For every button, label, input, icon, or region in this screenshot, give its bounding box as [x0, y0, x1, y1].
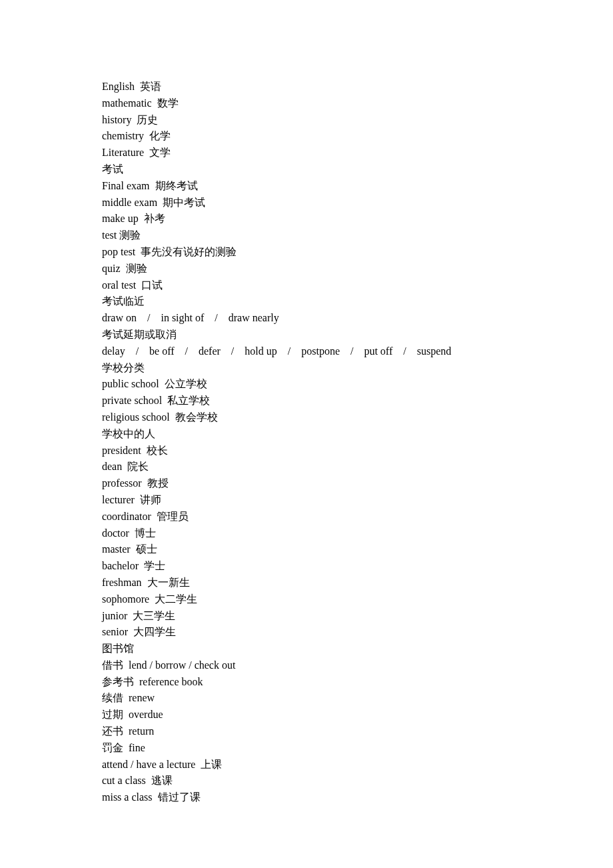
text-line: 还书 return: [102, 723, 613, 740]
text-line: chemistry 化学: [102, 128, 613, 145]
text-line: religious school 教会学校: [102, 409, 613, 426]
text-line: delay / be off / defer / hold up / postp…: [102, 343, 613, 360]
text-line: 考试临近: [102, 293, 613, 310]
text-line: history 历史: [102, 112, 613, 129]
text-line: English 英语: [102, 79, 613, 95]
text-line: Final exam 期终考试: [102, 178, 613, 195]
text-line: public school 公立学校: [102, 376, 613, 393]
text-line: cut a class 逃课: [102, 773, 613, 789]
text-line: president 校长: [102, 443, 613, 459]
text-line: pop test 事先没有说好的测验: [102, 244, 613, 261]
text-line: junior 大三学生: [102, 608, 613, 625]
text-line: sophomore 大二学生: [102, 591, 613, 608]
text-line: mathematic 数学: [102, 95, 613, 112]
text-line: 学校分类: [102, 360, 613, 377]
text-line: 借书 lend / borrow / check out: [102, 657, 613, 674]
text-line: private school 私立学校: [102, 393, 613, 409]
text-line: make up 补考: [102, 211, 613, 227]
text-line: coordinator 管理员: [102, 509, 613, 525]
text-line: freshman 大一新生: [102, 575, 613, 591]
text-line: 罚金 fine: [102, 740, 613, 757]
text-line: 过期 overdue: [102, 707, 613, 723]
text-line: quiz 测验: [102, 261, 613, 277]
text-line: senior 大四学生: [102, 624, 613, 641]
vocabulary-list: English 英语mathematic 数学history 历史chemist…: [102, 79, 613, 806]
text-line: attend / have a lecture 上课: [102, 757, 613, 773]
text-line: master 硕士: [102, 541, 613, 558]
text-line: miss a class 错过了课: [102, 789, 613, 806]
text-line: test 测验: [102, 227, 613, 244]
text-line: middle exam 期中考试: [102, 195, 613, 211]
text-line: 学校中的人: [102, 426, 613, 443]
text-line: 图书馆: [102, 641, 613, 657]
document-page: English 英语mathematic 数学history 历史chemist…: [0, 0, 613, 868]
text-line: oral test 口试: [102, 277, 613, 294]
text-line: lecturer 讲师: [102, 492, 613, 509]
text-line: draw on / in sight of / draw nearly: [102, 310, 613, 327]
text-line: 考试延期或取消: [102, 327, 613, 343]
text-line: 参考书 reference book: [102, 674, 613, 691]
text-line: bachelor 学士: [102, 558, 613, 575]
text-line: 续借 renew: [102, 690, 613, 707]
text-line: dean 院长: [102, 459, 613, 475]
text-line: 考试: [102, 161, 613, 178]
text-line: doctor 博士: [102, 525, 613, 542]
text-line: professor 教授: [102, 475, 613, 492]
text-line: Literature 文学: [102, 145, 613, 161]
